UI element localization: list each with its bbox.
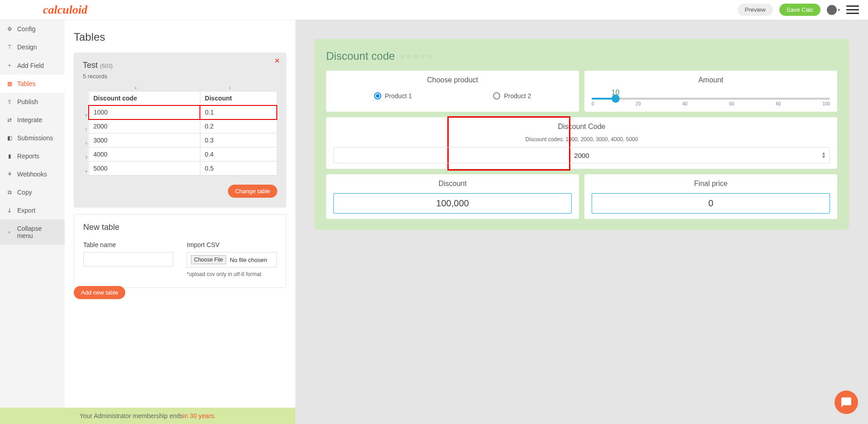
sidebar-item-copy[interactable]: ⧉Copy [0,183,65,201]
page-title: Tables [74,31,286,43]
tables-panel-area: Tables ✕ Test (603) 5 records 0 1 2 3 4 [65,20,295,424]
row-indices: 0 1 2 3 4 [83,85,88,178]
record-count: 5 records [83,73,277,80]
sidebar-item-config[interactable]: ⚙Config [0,20,65,38]
final-price-value: 0 [592,193,830,214]
sidebar: ⚙Config ⊤Design ＋Add Field ▦Tables ⇧Publ… [0,20,65,424]
radio-checked-icon [374,92,381,100]
avatar-icon [827,5,837,15]
close-icon[interactable]: ✕ [275,57,280,64]
card-title: Final price [592,180,830,188]
import-csv-label: Import CSV [187,241,277,248]
publish-icon: ⇧ [6,99,13,105]
discount-value: 100,000 [333,193,572,214]
amount-slider[interactable]: 10 0 20 40 60 80 100 [592,90,830,106]
new-table-panel: New table Table name Import CSV Choose F… [74,214,286,288]
table-header-row: Discount code Discount [89,91,277,105]
webhooks-icon: ⚘ [6,171,13,177]
calc-title: Discount code [326,50,395,62]
topbar: calculoid Preview Save Calc ▾ [0,0,868,20]
copy-icon: ⧉ [6,189,13,195]
caret-down-icon: ▾ [838,7,840,12]
rating-stars[interactable]: ☆☆☆☆☆ [399,52,433,60]
sidebar-item-publish[interactable]: ⇧Publish [0,93,65,111]
data-table[interactable]: Discount code Discount 10000.1 20000.2 3… [88,91,277,176]
table-name-label: Table name [83,241,173,248]
table-panel: ✕ Test (603) 5 records 0 1 2 3 4 0 [74,52,286,208]
change-table-button[interactable]: Change table [228,185,277,198]
product2-radio[interactable]: Product 2 [493,92,531,100]
card-title: Discount Code [333,123,830,131]
membership-bar: Your Administrator membership ends in 30… [0,408,295,424]
slider-thumb[interactable] [612,95,620,103]
preview-button[interactable]: Preview [738,4,773,16]
sidebar-item-submissions[interactable]: ◧Submissions [0,129,65,147]
card-title: Discount [333,180,572,188]
sidebar-item-add-field[interactable]: ＋Add Field [0,56,65,75]
final-price-card: Final price 0 [584,174,837,219]
logo[interactable]: calculoid [43,3,87,17]
user-menu[interactable]: ▾ [827,5,840,15]
card-title: Amount [592,76,830,84]
calculator-panel: Discount code ☆☆☆☆☆ Choose product Produ… [314,39,849,230]
sidebar-item-integrate[interactable]: ⇄Integrate [0,111,65,129]
spinner-icon[interactable]: ▲▼ [821,152,826,159]
card-title: Choose product [333,76,572,84]
reports-icon: ▮ [6,153,13,159]
hamburger-icon[interactable] [846,5,859,14]
discount-code-card: Discount Code Discount codes: 1000, 2000… [326,117,837,169]
discount-result-card: Discount 100,000 [326,174,579,219]
export-icon: ⤓ [6,207,13,214]
file-input[interactable]: Choose File No file chosen [187,252,277,267]
choose-product-card: Choose product Product 1 Product 2 [326,71,579,112]
save-calc-button[interactable]: Save Calc [779,4,821,16]
file-status: No file chosen [230,257,267,263]
table-row[interactable]: 20000.2 [89,119,277,133]
submissions-icon: ◧ [6,135,13,141]
add-new-table-button[interactable]: Add new table [74,286,125,299]
radio-unchecked-icon [493,92,500,100]
table-name: Test (603) [83,61,277,70]
sidebar-collapse[interactable]: ‹Collapse menu [0,219,65,245]
sidebar-item-export[interactable]: ⤓Export [0,201,65,219]
gear-icon: ⚙ [6,26,13,32]
design-icon: ⊤ [6,44,13,50]
discount-hint: Discount codes: 1000, 2000, 3000, 4000, … [333,136,830,143]
sidebar-item-webhooks[interactable]: ⚘Webhooks [0,165,65,183]
sidebar-item-tables[interactable]: ▦Tables [0,75,65,93]
sidebar-item-design[interactable]: ⊤Design [0,38,65,56]
product1-radio[interactable]: Product 1 [374,92,412,100]
chevron-left-icon: ‹ [6,229,13,235]
table-row[interactable]: 50000.5 [89,162,277,176]
choose-file-button[interactable]: Choose File [191,255,226,264]
calculator-preview-area: Discount code ☆☆☆☆☆ Choose product Produ… [295,20,868,424]
table-row[interactable]: 10000.1 [89,105,277,119]
slider-ticks: 0 20 40 60 80 100 [592,101,830,106]
sidebar-item-reports[interactable]: ▮Reports [0,147,65,165]
chat-icon [840,396,852,408]
chat-bubble-button[interactable] [835,391,858,414]
table-icon: ▦ [6,81,13,87]
table-name-input[interactable] [83,252,173,267]
table-row[interactable]: 30000.3 [89,133,277,148]
amount-card: Amount 10 0 20 40 60 80 [584,71,837,112]
table-row[interactable]: 40000.4 [89,148,277,162]
new-table-title: New table [83,223,277,232]
discount-code-input[interactable]: 2000 ▲▼ [333,147,830,163]
col-indices: 0 1 [88,85,277,91]
plus-icon: ＋ [6,62,13,69]
upload-note: *upload csv only in utf-8 format [187,271,277,277]
integrate-icon: ⇄ [6,117,13,123]
